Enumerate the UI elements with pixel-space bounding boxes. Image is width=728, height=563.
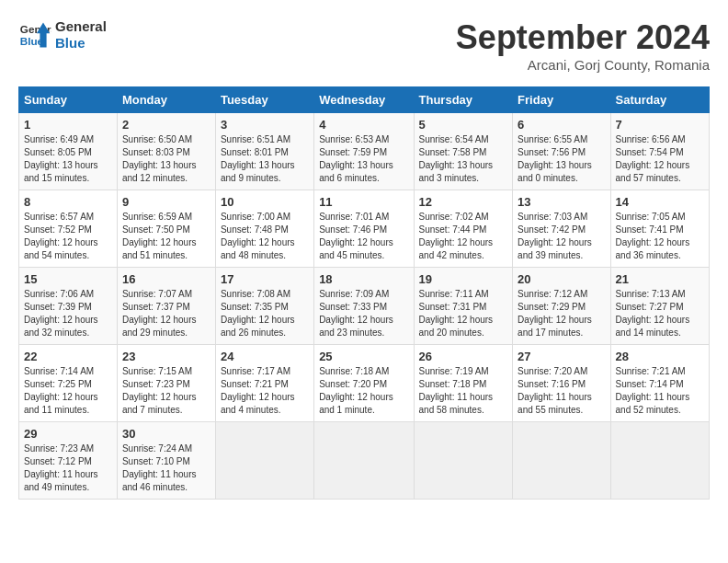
day-number: 1: [24, 118, 112, 132]
header-sunday: Sunday: [19, 87, 118, 113]
cell-info: Sunrise: 7:00 AMSunset: 7:48 PMDaylight:…: [221, 211, 309, 262]
cell-info: Sunrise: 7:02 AMSunset: 7:44 PMDaylight:…: [419, 211, 508, 262]
cell-info: Sunrise: 6:56 AMSunset: 7:54 PMDaylight:…: [616, 133, 704, 185]
calendar-cell: 3Sunrise: 6:51 AMSunset: 8:01 PMDaylight…: [215, 113, 313, 190]
calendar-cell: 8Sunrise: 6:57 AMSunset: 7:52 PMDaylight…: [19, 190, 118, 268]
calendar-cell: 30Sunrise: 7:24 AMSunset: 7:10 PMDayligh…: [117, 422, 215, 500]
calendar-cell: 17Sunrise: 7:08 AMSunset: 7:35 PMDayligh…: [215, 268, 313, 345]
calendar-cell: 27Sunrise: 7:20 AMSunset: 7:16 PMDayligh…: [513, 345, 610, 422]
day-number: 18: [319, 272, 408, 286]
day-number: 24: [221, 350, 309, 363]
cell-info: Sunrise: 6:59 AMSunset: 7:50 PMDaylight:…: [122, 211, 210, 262]
logo-text-blue: Blue: [55, 35, 107, 52]
calendar-cell: [610, 422, 709, 500]
day-number: 5: [419, 118, 508, 132]
cell-info: Sunrise: 7:07 AMSunset: 7:37 PMDaylight:…: [122, 288, 210, 339]
day-number: 6: [518, 118, 605, 132]
header-friday: Friday: [513, 87, 610, 113]
day-number: 14: [616, 195, 704, 209]
calendar-header-row: SundayMondayTuesdayWednesdayThursdayFrid…: [19, 87, 710, 113]
header-wednesday: Wednesday: [314, 87, 414, 113]
calendar-cell: 9Sunrise: 6:59 AMSunset: 7:50 PMDaylight…: [117, 190, 215, 268]
day-number: 16: [122, 272, 210, 286]
cell-info: Sunrise: 7:17 AMSunset: 7:21 PMDaylight:…: [221, 365, 309, 417]
calendar-week-row: 15Sunrise: 7:06 AMSunset: 7:39 PMDayligh…: [19, 268, 710, 345]
calendar-cell: 23Sunrise: 7:15 AMSunset: 7:23 PMDayligh…: [117, 345, 215, 422]
day-number: 21: [616, 272, 704, 286]
cell-info: Sunrise: 7:01 AMSunset: 7:46 PMDaylight:…: [319, 211, 408, 262]
cell-info: Sunrise: 6:57 AMSunset: 7:52 PMDaylight:…: [24, 211, 112, 262]
calendar-cell: 19Sunrise: 7:11 AMSunset: 7:31 PMDayligh…: [414, 268, 513, 345]
cell-info: Sunrise: 7:03 AMSunset: 7:42 PMDaylight:…: [518, 211, 605, 262]
cell-info: Sunrise: 7:05 AMSunset: 7:41 PMDaylight:…: [616, 211, 704, 262]
calendar-week-row: 29Sunrise: 7:23 AMSunset: 7:12 PMDayligh…: [19, 422, 710, 500]
title-section: September 2024 Arcani, Gorj County, Roma…: [456, 18, 710, 73]
day-number: 12: [419, 195, 508, 209]
calendar-cell: 1Sunrise: 6:49 AMSunset: 8:05 PMDaylight…: [19, 113, 118, 190]
calendar-body: 1Sunrise: 6:49 AMSunset: 8:05 PMDaylight…: [19, 113, 710, 500]
logo-text-general: General: [55, 18, 107, 35]
header-thursday: Thursday: [414, 87, 513, 113]
calendar-cell: 29Sunrise: 7:23 AMSunset: 7:12 PMDayligh…: [19, 422, 118, 500]
calendar-cell: 20Sunrise: 7:12 AMSunset: 7:29 PMDayligh…: [513, 268, 610, 345]
calendar-cell: 2Sunrise: 6:50 AMSunset: 8:03 PMDaylight…: [117, 113, 215, 190]
month-title: September 2024: [456, 18, 710, 57]
calendar-cell: 18Sunrise: 7:09 AMSunset: 7:33 PMDayligh…: [314, 268, 414, 345]
cell-info: Sunrise: 7:23 AMSunset: 7:12 PMDaylight:…: [24, 442, 112, 494]
cell-info: Sunrise: 7:20 AMSunset: 7:16 PMDaylight:…: [518, 365, 605, 417]
day-number: 17: [221, 272, 309, 286]
cell-info: Sunrise: 7:09 AMSunset: 7:33 PMDaylight:…: [319, 288, 408, 339]
day-number: 29: [24, 427, 112, 441]
calendar-cell: 4Sunrise: 6:53 AMSunset: 7:59 PMDaylight…: [314, 113, 414, 190]
cell-info: Sunrise: 7:15 AMSunset: 7:23 PMDaylight:…: [122, 365, 210, 417]
day-number: 20: [518, 272, 605, 286]
day-number: 27: [518, 350, 605, 363]
day-number: 23: [122, 350, 210, 363]
calendar-cell: [314, 422, 414, 500]
cell-info: Sunrise: 7:18 AMSunset: 7:20 PMDaylight:…: [319, 365, 408, 417]
day-number: 7: [616, 118, 704, 132]
header-tuesday: Tuesday: [215, 87, 313, 113]
cell-info: Sunrise: 7:24 AMSunset: 7:10 PMDaylight:…: [122, 442, 210, 494]
cell-info: Sunrise: 6:55 AMSunset: 7:56 PMDaylight:…: [518, 133, 605, 185]
calendar-cell: 6Sunrise: 6:55 AMSunset: 7:56 PMDaylight…: [513, 113, 610, 190]
cell-info: Sunrise: 6:51 AMSunset: 8:01 PMDaylight:…: [221, 133, 309, 185]
calendar-cell: 26Sunrise: 7:19 AMSunset: 7:18 PMDayligh…: [414, 345, 513, 422]
logo: General Blue General Blue: [18, 18, 107, 52]
cell-info: Sunrise: 6:50 AMSunset: 8:03 PMDaylight:…: [122, 133, 210, 185]
cell-info: Sunrise: 7:11 AMSunset: 7:31 PMDaylight:…: [419, 288, 508, 339]
day-number: 28: [616, 350, 704, 363]
cell-info: Sunrise: 7:06 AMSunset: 7:39 PMDaylight:…: [24, 288, 112, 339]
cell-info: Sunrise: 7:12 AMSunset: 7:29 PMDaylight:…: [518, 288, 605, 339]
calendar-cell: 12Sunrise: 7:02 AMSunset: 7:44 PMDayligh…: [414, 190, 513, 268]
header-monday: Monday: [117, 87, 215, 113]
day-number: 2: [122, 118, 210, 132]
cell-info: Sunrise: 6:54 AMSunset: 7:58 PMDaylight:…: [419, 133, 508, 185]
day-number: 4: [319, 118, 408, 132]
calendar-cell: 5Sunrise: 6:54 AMSunset: 7:58 PMDaylight…: [414, 113, 513, 190]
calendar-cell: 10Sunrise: 7:00 AMSunset: 7:48 PMDayligh…: [215, 190, 313, 268]
day-number: 19: [419, 272, 508, 286]
header: General Blue General Blue September 2024…: [18, 18, 710, 73]
cell-info: Sunrise: 7:08 AMSunset: 7:35 PMDaylight:…: [221, 288, 309, 339]
cell-info: Sunrise: 7:21 AMSunset: 7:14 PMDaylight:…: [616, 365, 704, 417]
calendar-cell: 25Sunrise: 7:18 AMSunset: 7:20 PMDayligh…: [314, 345, 414, 422]
calendar-cell: 14Sunrise: 7:05 AMSunset: 7:41 PMDayligh…: [610, 190, 709, 268]
calendar-cell: 16Sunrise: 7:07 AMSunset: 7:37 PMDayligh…: [117, 268, 215, 345]
day-number: 22: [24, 350, 112, 363]
calendar-cell: 28Sunrise: 7:21 AMSunset: 7:14 PMDayligh…: [610, 345, 709, 422]
day-number: 8: [24, 195, 112, 209]
calendar-table: SundayMondayTuesdayWednesdayThursdayFrid…: [18, 86, 710, 500]
day-number: 9: [122, 195, 210, 209]
calendar-cell: [513, 422, 610, 500]
calendar-cell: [414, 422, 513, 500]
calendar-week-row: 22Sunrise: 7:14 AMSunset: 7:25 PMDayligh…: [19, 345, 710, 422]
day-number: 11: [319, 195, 408, 209]
day-number: 30: [122, 427, 210, 441]
day-number: 15: [24, 272, 112, 286]
cell-info: Sunrise: 7:13 AMSunset: 7:27 PMDaylight:…: [616, 288, 704, 339]
day-number: 3: [221, 118, 309, 132]
calendar-cell: 11Sunrise: 7:01 AMSunset: 7:46 PMDayligh…: [314, 190, 414, 268]
cell-info: Sunrise: 6:49 AMSunset: 8:05 PMDaylight:…: [24, 133, 112, 185]
calendar-cell: 21Sunrise: 7:13 AMSunset: 7:27 PMDayligh…: [610, 268, 709, 345]
